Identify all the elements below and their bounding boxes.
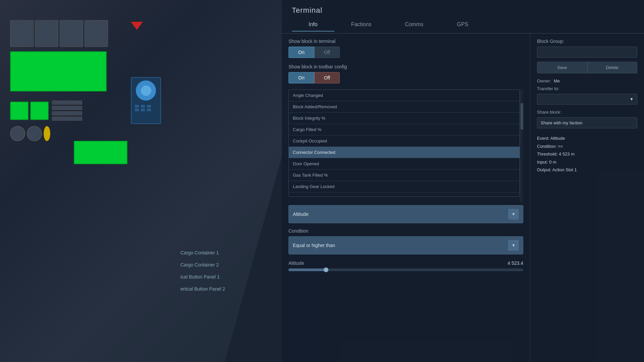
- share-value: Share with my faction: [541, 120, 582, 125]
- block-list-item-4[interactable]: ertical Button Panel 2: [178, 283, 228, 295]
- block-list-overlay: Cargo Container 1 Cargo Container 2 ical…: [178, 247, 228, 295]
- block-list-item-3[interactable]: ical Button Panel 1: [178, 271, 228, 283]
- event-cockpit-occupied[interactable]: Cockpit Occupied: [289, 135, 520, 147]
- event-info-threshold-value: 4 523 m: [559, 152, 575, 157]
- block-group-input[interactable]: [537, 47, 637, 58]
- event-info-threshold-label: Threshold:: [537, 152, 557, 157]
- owner-row: Owner: Me: [537, 78, 637, 83]
- terminal-panel: Terminal Info Factions Comms GPS Show bl…: [282, 0, 644, 362]
- events-scrollbar[interactable]: [520, 89, 523, 202]
- condition-label: Condition: [288, 228, 523, 234]
- show-terminal-on-btn[interactable]: On: [288, 47, 314, 58]
- tab-gps[interactable]: GPS: [440, 18, 485, 32]
- event-info-event: Event: Altitude: [537, 135, 637, 142]
- event-angle-changed[interactable]: Angle Changed: [289, 90, 520, 101]
- event-dropdown-container: Altitude: [288, 205, 523, 223]
- events-list: Angle Changed Block Added/Removed Block …: [288, 89, 520, 197]
- show-toolbar-on-btn[interactable]: On: [288, 72, 314, 83]
- event-info-output-label: Output:: [537, 167, 551, 172]
- event-piston-position[interactable]: Piston Position %: [289, 192, 520, 197]
- delete-button[interactable]: Delete: [587, 62, 638, 73]
- altitude-slider-thumb[interactable]: [324, 267, 328, 272]
- show-terminal-toggle: On Off: [288, 47, 523, 58]
- events-scroll-thumb[interactable]: [521, 103, 523, 130]
- tab-factions[interactable]: Factions: [334, 18, 388, 32]
- block-list-item-2[interactable]: Cargo Container 2: [178, 259, 228, 271]
- event-dropdown[interactable]: Altitude: [288, 205, 523, 223]
- transfer-row: Transfer to:: [537, 86, 637, 91]
- terminal-header: Terminal Info Factions Comms GPS: [282, 0, 644, 34]
- condition-dropdown-arrow[interactable]: [508, 240, 519, 251]
- event-landing-gear[interactable]: Landing Gear Locked: [289, 181, 520, 192]
- event-info-input-label: Input:: [537, 160, 548, 165]
- terminal-body: Show block in terminal On Off Show block…: [282, 34, 644, 362]
- nav-tabs: Info Factions Comms GPS: [292, 18, 634, 32]
- altitude-slider-fill: [288, 268, 328, 271]
- tab-info[interactable]: Info: [292, 18, 334, 32]
- show-toolbar-off-btn[interactable]: Off: [314, 72, 340, 83]
- event-dropdown-value: Altitude: [293, 212, 309, 217]
- share-select[interactable]: Share with my faction: [537, 117, 637, 128]
- condition-value: Equal or higher than: [293, 243, 335, 248]
- event-info-input: Input: 0 m: [537, 159, 637, 166]
- game-background: Cargo Container 1 Cargo Container 2 ical…: [0, 0, 325, 362]
- show-toolbar-section: Show block in toolbar config On Off: [288, 64, 523, 83]
- condition-dropdown[interactable]: Equal or higher than: [288, 236, 523, 254]
- show-terminal-label: Show block in terminal: [288, 39, 523, 44]
- event-dropdown-arrow[interactable]: [508, 209, 519, 220]
- altitude-value: 4 523.4: [507, 260, 523, 266]
- event-info-output: Output: Action Slot 1: [537, 167, 637, 173]
- altitude-row: Altitude 4 523.4: [288, 260, 523, 266]
- transfer-dropdown[interactable]: ▼: [537, 94, 637, 105]
- event-info-condition-value: >=: [558, 144, 563, 149]
- condition-dropdown-container: Equal or higher than: [288, 236, 523, 254]
- events-area: Angle Changed Block Added/Removed Block …: [288, 89, 523, 202]
- event-info-block: Event: Altitude Condition: >= Threshold:…: [537, 135, 637, 173]
- show-terminal-off-btn[interactable]: Off: [314, 47, 340, 58]
- middle-panel: Show block in terminal On Off Show block…: [282, 34, 530, 362]
- condition-section: Condition Equal or higher than: [288, 228, 523, 254]
- event-info-condition-label: Condition:: [537, 144, 557, 149]
- event-info-threshold: Threshold: 4 523 m: [537, 151, 637, 158]
- event-info-event-value: Altitude: [550, 136, 565, 141]
- save-button[interactable]: Save: [537, 62, 587, 73]
- show-toolbar-label: Show block in toolbar config: [288, 64, 523, 69]
- block-group-label: Block Group:: [537, 39, 637, 44]
- share-block-label: Share block:: [537, 110, 637, 115]
- action-buttons: Save Delete: [537, 62, 637, 73]
- red-triangle-indicator: [131, 22, 143, 30]
- event-cargo-filled[interactable]: Cargo Filled %: [289, 124, 520, 135]
- altitude-section: Altitude 4 523.4: [288, 260, 523, 271]
- event-gas-tank-filled[interactable]: Gas Tank Filled %: [289, 170, 520, 181]
- event-info-output-value: Action Slot 1: [552, 167, 577, 172]
- altitude-label: Altitude: [288, 260, 304, 266]
- show-terminal-section: Show block in terminal On Off: [288, 39, 523, 58]
- transfer-label: Transfer to:: [537, 86, 559, 91]
- event-door-opened[interactable]: Door Opened: [289, 158, 520, 170]
- owner-value: Me: [554, 78, 560, 83]
- tab-comms[interactable]: Comms: [388, 18, 440, 32]
- owner-label: Owner:: [537, 78, 551, 83]
- event-info-event-label: Event:: [537, 136, 549, 141]
- block-list-item-1[interactable]: Cargo Container 1: [178, 247, 228, 259]
- event-block-integrity[interactable]: Block Integrity %: [289, 113, 520, 124]
- right-panel: Block Group: Save Delete Owner: Me Trans…: [530, 34, 644, 362]
- transfer-arrow-icon: ▼: [630, 97, 634, 102]
- event-block-added[interactable]: Block Added/Removed: [289, 101, 520, 113]
- show-toolbar-toggle: On Off: [288, 72, 523, 83]
- altitude-slider[interactable]: [288, 268, 523, 271]
- terminal-title: Terminal: [292, 6, 634, 15]
- event-info-input-value: 0 m: [549, 160, 556, 165]
- event-connector-connected[interactable]: Connector Connected: [289, 147, 520, 158]
- event-info-condition: Condition: >=: [537, 143, 637, 150]
